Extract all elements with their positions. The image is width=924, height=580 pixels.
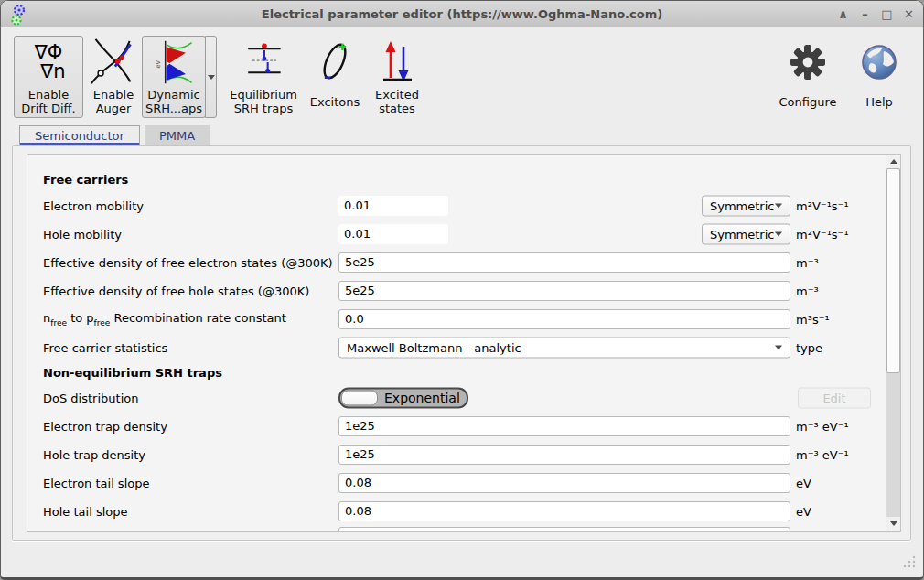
dos-distribution-toggle[interactable]: Exponential [338,387,468,408]
dynamic-srh-dropdown-button[interactable] [205,36,217,118]
hole-trap-density-input[interactable] [338,445,790,465]
carrier-statistics-label: Free carrier statistics [43,340,167,354]
scroll-up-button[interactable] [886,155,901,168]
window-controls: ∧ – □ ✕ [836,1,916,27]
chevron-down-icon [775,231,782,236]
configure-button[interactable]: Configure [769,36,846,118]
carrier-statistics-select[interactable]: Maxwell Boltzmann - analytic [338,337,790,358]
excited-states-button[interactable]: Excited states [365,36,429,118]
tab-bar: Semiconductor PMMA [19,125,210,145]
auger-recombination-icon [90,37,137,88]
hole-states-input[interactable] [338,281,790,301]
minimize-button[interactable]: – [858,6,872,23]
tab-content-frame: Free carriers Electron mobility Symmetri… [12,145,911,541]
hole-states-unit: m⁻³ [796,284,819,297]
electron-trap-density-label: Electron trap density [43,419,167,433]
window-title: Electrical parameter editor (https://www… [1,1,923,27]
electron-states-unit: m⁻³ [796,255,819,269]
triangle-down-icon [890,521,897,526]
carrier-statistics-unit: type [796,340,822,354]
electron-mobility-symmetry-select[interactable]: Symmetric [702,195,790,216]
svg-text:eV: eV [155,60,162,69]
exciton-icon [317,37,352,88]
hole-tail-slope-unit: eV [796,504,811,518]
chevron-down-icon [775,345,782,349]
recombination-rate-unit: m³s⁻¹ [796,312,830,326]
scrollbar-thumb[interactable] [886,168,900,373]
help-button[interactable]: Help [854,36,905,118]
excitons-button[interactable]: Excitons [308,36,361,118]
electrical-parameter-editor-window: Electrical parameter editor (https://www… [0,0,924,580]
electron-trap-density-input[interactable] [338,416,790,436]
row-electron-mobility: Electron mobility Symmetric m²V⁻¹s⁻¹ [27,191,886,220]
electron-trap-density-unit: m⁻³ eV⁻¹ [796,419,849,433]
tab-semiconductor[interactable]: Semiconductor [19,125,140,145]
electron-mobility-label: Electron mobility [43,199,144,212]
drift-diffusion-icon: ∇Φ ∇n [31,37,65,88]
electron-tail-slope-unit: eV [796,476,811,489]
row-electron-trap-density: Electron trap density m⁻³ eV⁻¹ [27,412,886,440]
excited-states-icon [379,37,415,88]
hole-mobility-unit: m²V⁻¹s⁻¹ [796,227,849,241]
row-electron-tail-slope: Electron tail slope eV [27,468,886,497]
row-dos-distribution: DoS distribution Exponential Edit [27,383,886,412]
row-hole-trap-density: Hole trap density m⁻³ eV⁻¹ [27,440,886,468]
section-free-carriers: Free carriers [27,166,886,191]
hole-trap-density-label: Hole trap density [43,447,145,461]
enable-auger-button[interactable]: Enable Auger [87,36,140,118]
electron-states-label: Effective density of free electron state… [43,255,333,269]
dos-edit-button[interactable]: Edit [798,387,871,408]
row-carrier-statistics: Free carrier statistics Maxwell Boltzman… [27,333,886,361]
row-electron-states: Effective density of free electron state… [27,248,886,276]
electron-tail-slope-input[interactable] [338,473,790,493]
row-hole-states: Effective density of free hole states (@… [27,276,886,305]
scroll-down-button[interactable] [886,517,901,531]
recombination-rate-label: nfree to pfree Recombination rate consta… [43,311,286,328]
electron-mobility-input[interactable] [338,196,448,216]
vertical-scrollbar[interactable] [886,155,900,531]
hole-trap-density-unit: m⁻³ eV⁻¹ [796,447,849,461]
chevron-down-icon [208,75,215,80]
equilibrium-srh-traps-icon [240,37,287,88]
hole-tail-slope-input[interactable] [338,501,790,521]
hole-mobility-input[interactable] [338,224,448,244]
hole-states-label: Effective density of free hole states (@… [43,284,309,297]
recombination-rate-input[interactable] [338,309,790,329]
equilibrium-srh-traps-button[interactable]: Equilibrium SRH traps [222,36,305,118]
triangle-up-icon [890,159,897,164]
parameter-form: Free carriers Electron mobility Symmetri… [27,155,886,525]
dos-distribution-label: DoS distribution [43,391,138,404]
dynamic-srh-traps-icon: eV [153,37,195,88]
hole-tail-slope-label: Hole tail slope [43,504,127,518]
titlebar: Electrical parameter editor (https://www… [1,1,923,27]
tab-pmma[interactable]: PMMA [145,125,210,145]
dynamic-srh-traps-button[interactable]: eV Dynamic SRH...aps [142,36,206,118]
globe-icon [860,37,898,88]
toggle-knob-icon [341,390,378,405]
close-button[interactable]: ✕ [902,6,916,23]
section-srh-traps: Non-equilibrium SRH traps [27,361,886,383]
toolbar: ∇Φ ∇n Enable Drift Diff. Enable Auger [1,28,923,125]
next-row-input-clipped[interactable] [338,527,790,532]
resize-grip[interactable] [903,555,916,568]
row-hole-tail-slope: Hole tail slope eV [27,497,886,525]
electron-tail-slope-label: Electron tail slope [43,476,149,489]
hole-mobility-symmetry-select[interactable]: Symmetric [702,223,790,244]
row-recombination-rate: nfree to pfree Recombination rate consta… [27,305,886,333]
parameter-scroll-area: Free carriers Electron mobility Symmetri… [27,154,901,532]
row-hole-mobility: Hole mobility Symmetric m²V⁻¹s⁻¹ [27,220,886,248]
hole-mobility-label: Hole mobility [43,227,122,241]
shade-button[interactable]: ∧ [836,6,850,23]
maximize-button[interactable]: □ [880,6,894,23]
chevron-down-icon [775,203,782,208]
enable-drift-diffusion-button[interactable]: ∇Φ ∇n Enable Drift Diff. [14,36,83,118]
electron-mobility-unit: m²V⁻¹s⁻¹ [796,199,849,212]
electron-states-input[interactable] [338,252,790,273]
gear-icon [789,37,827,88]
